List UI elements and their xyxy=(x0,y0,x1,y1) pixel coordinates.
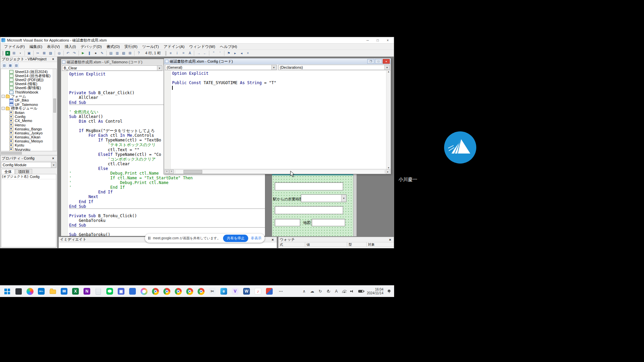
menu-f[interactable]: ファイル(F) xyxy=(2,44,27,49)
sync-icon[interactable]: ↻ xyxy=(318,289,323,294)
full-module-view-icon[interactable]: ≡ xyxy=(169,170,174,174)
notifications-icon[interactable] xyxy=(387,290,391,293)
collapse-icon[interactable]: - xyxy=(2,95,5,98)
project-item-uf-biko[interactable]: UF_Biko xyxy=(1,98,53,102)
maps-app-icon[interactable] xyxy=(265,287,274,296)
clear-bookmarks-icon[interactable]: × xyxy=(245,50,251,56)
onenote-app-icon[interactable]: N xyxy=(83,287,91,296)
bookmark-toggle-icon[interactable]: ⚑ xyxy=(225,50,232,56)
project-item-kensaku-jyokyo[interactable]: Kensaku_Jyokyo xyxy=(1,131,53,135)
microphone-icon[interactable] xyxy=(326,290,331,293)
run-icon[interactable]: ▶ xyxy=(80,50,86,56)
notes-app-icon[interactable] xyxy=(94,287,103,296)
excel-app-icon[interactable]: X xyxy=(71,287,80,296)
project-item-botan[interactable]: Botan xyxy=(1,111,53,115)
chevron-down-icon[interactable]: ▼ xyxy=(51,162,56,168)
toggle-folders-icon[interactable]: ▧ xyxy=(14,63,19,68)
battery-icon[interactable] xyxy=(358,290,364,293)
toolbar-grip[interactable] xyxy=(2,51,3,56)
project-item-sheet6[interactable]: Sheet6 (駅情報) xyxy=(1,86,53,90)
chrome-profile-4-icon[interactable] xyxy=(185,287,194,296)
menu-i[interactable]: 挿入(I) xyxy=(62,44,78,49)
next-bookmark-icon[interactable]: ▸ xyxy=(232,50,238,56)
chevron-down-icon[interactable]: ▼ xyxy=(384,65,389,70)
collapse-icon[interactable]: - xyxy=(2,107,5,110)
textbox-field[interactable] xyxy=(275,206,343,214)
project-tree-hscrollbar[interactable] xyxy=(0,151,57,155)
menu-v[interactable]: 表示(V) xyxy=(45,44,62,49)
list-constants-icon[interactable]: = xyxy=(180,50,186,56)
procedure-view-icon[interactable]: ≡ xyxy=(165,170,169,174)
quick-info-icon[interactable]: i xyxy=(174,50,180,56)
chevron-down-icon[interactable]: ▼ xyxy=(341,195,346,202)
menu-t[interactable]: ツール(T) xyxy=(140,44,161,49)
project-item-kyotu[interactable]: Kyotu xyxy=(1,143,53,147)
object-browser-icon[interactable]: ▧ xyxy=(120,50,127,56)
menu-o[interactable]: 書式(O) xyxy=(104,44,122,49)
snipping-tool-icon[interactable]: ✂ xyxy=(208,287,217,296)
music-app-icon[interactable]: ♪ xyxy=(254,287,262,296)
scroll-right-icon[interactable]: ► xyxy=(386,170,390,174)
line-app-icon[interactable] xyxy=(105,287,114,296)
design-mode-icon[interactable]: ✎ xyxy=(99,50,105,56)
close-icon[interactable]: × xyxy=(51,57,56,61)
chevron-down-icon[interactable]: ▼ xyxy=(271,65,276,70)
browser-app-icon[interactable] xyxy=(25,287,34,296)
close-button[interactable]: × xyxy=(383,38,393,43)
project-tree-vscrollbar[interactable] xyxy=(53,69,56,151)
scrollbar-thumb[interactable] xyxy=(183,170,202,174)
uncomment-block-icon[interactable]: ' xyxy=(217,50,223,56)
menu-w[interactable]: ウィンドウ(W) xyxy=(187,44,217,49)
comment-block-icon[interactable]: '' xyxy=(210,50,217,56)
close-icon[interactable]: × xyxy=(270,238,275,242)
redo-icon[interactable]: ↷ xyxy=(71,50,77,56)
view-code-icon[interactable]: ▤ xyxy=(2,63,7,68)
properties-object-selector[interactable]: Config Module ▼ xyxy=(1,162,56,168)
horizontal-scrollbar[interactable]: ≡ ≡ ► xyxy=(164,169,391,174)
watch-window[interactable]: ウォッチ × 式値型対象 xyxy=(278,237,394,248)
find-icon[interactable]: ◎ xyxy=(56,50,62,56)
list-properties-icon[interactable]: ≡ xyxy=(167,50,174,56)
properties-window-icon[interactable]: ▥ xyxy=(114,50,120,56)
taskbar-clock[interactable]: 16:04 2024/11/14 xyxy=(367,288,383,295)
project-item-kensaku-kikan[interactable]: Kensaku_Kikan xyxy=(1,135,53,139)
project-item-item[interactable]: -標準モジュール xyxy=(1,107,53,111)
calendar-app-icon[interactable]: ▣ xyxy=(117,287,125,296)
excel-view-icon[interactable]: X xyxy=(4,50,11,56)
watch-body[interactable] xyxy=(278,247,394,248)
project-item-hensu[interactable]: Hensu xyxy=(1,123,53,127)
scrollbar-track[interactable] xyxy=(175,170,385,174)
property-row[interactable]: (オブジェクト名) Config xyxy=(1,174,56,179)
close-icon[interactable]: × xyxy=(387,238,393,242)
insert-userform-icon[interactable]: ⊞ xyxy=(11,50,17,56)
project-item-config[interactable]: Config xyxy=(1,115,53,119)
scrollbar-thumb[interactable] xyxy=(1,152,22,155)
hide-bar-link[interactable]: 非表示 xyxy=(251,236,262,241)
dell-app-icon[interactable]: DELL xyxy=(37,287,46,296)
v-app-icon[interactable]: V xyxy=(231,287,239,296)
toolbox-icon[interactable]: ⊞ xyxy=(127,50,133,56)
toolbar-grip[interactable] xyxy=(165,51,166,56)
maximize-button[interactable]: □ xyxy=(373,38,383,43)
project-explorer-icon[interactable]: ▤ xyxy=(108,50,114,56)
outdent-icon[interactable]: ← xyxy=(202,50,208,56)
watch-column-3[interactable]: 対象 xyxy=(367,242,394,247)
code-window-titlebar[interactable]: 確認書類作成用.xlsm - Config (コード) ❐ □ × xyxy=(164,58,391,64)
tab-alphabetic[interactable]: 全体 xyxy=(1,169,15,174)
tab-categorized[interactable]: 項目別 xyxy=(15,169,32,174)
watch-column-2[interactable]: 型 xyxy=(347,242,367,247)
vertical-scrollbar[interactable]: ▲▼ xyxy=(386,70,391,169)
chevron-down-icon[interactable]: ▼ xyxy=(157,66,162,70)
insert-dropdown-icon[interactable]: ▾ xyxy=(17,50,23,56)
object-dropdown[interactable]: (General) ▼ xyxy=(165,65,277,70)
project-item-item[interactable]: -フォーム xyxy=(1,94,53,98)
taskbar-overflow-icon[interactable]: ⋯ xyxy=(276,287,285,296)
close-icon[interactable]: × xyxy=(51,156,56,161)
minimize-button[interactable]: ─ xyxy=(363,38,373,43)
immediate-body[interactable] xyxy=(59,242,277,248)
paint-app-icon[interactable] xyxy=(140,287,148,296)
word-app-icon[interactable]: W xyxy=(242,287,251,296)
project-item-nyuryoku[interactable]: Nyuryoku xyxy=(1,147,53,151)
volume-icon[interactable] xyxy=(350,290,355,293)
help-icon[interactable]: ? xyxy=(136,50,142,56)
